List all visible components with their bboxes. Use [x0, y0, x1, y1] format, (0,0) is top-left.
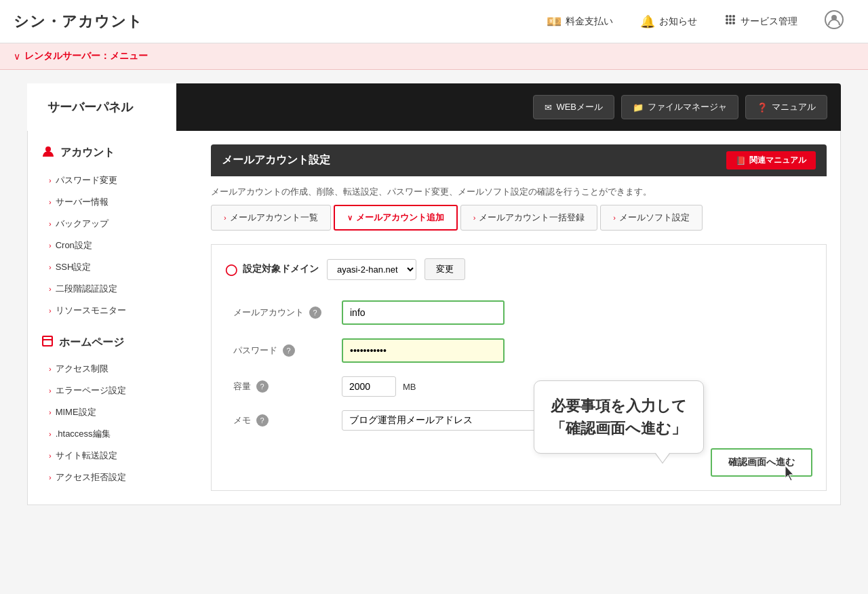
sidebar-item-errorpage[interactable]: › エラーページ設定 [41, 380, 191, 401]
nav-news[interactable]: 🔔 お知らせ [629, 9, 708, 35]
mail-account-label-cell: メールアカウント ? [225, 294, 334, 332]
domain-change-button[interactable]: 変更 [425, 258, 465, 280]
payment-label: 料金支払い [566, 16, 613, 28]
bell-icon: 🔔 [640, 14, 655, 29]
server-panel-actions: ✉ WEBメール 📁 ファイルマネージャ ❓ マニュアル [519, 83, 841, 131]
capacity-unit: MB [403, 382, 416, 392]
related-manual-button[interactable]: 📕 関連マニュアル [726, 151, 816, 170]
arrow-icon: › [49, 473, 52, 481]
tab-mail-list[interactable]: › メールアカウント一覧 [211, 205, 331, 231]
sidebar-item-sitetransfer[interactable]: › サイト転送設定 [41, 445, 191, 467]
svg-point-6 [726, 22, 728, 24]
domain-label: ◯ 設定対象ドメイン [225, 263, 319, 276]
password-help-icon[interactable]: ? [283, 344, 295, 357]
svg-point-4 [729, 18, 732, 21]
mail-account-field-cell [334, 294, 812, 332]
section-description: メールアカウントの作成、削除、転送設定、パスワード変更、メールソフト設定の確認を… [211, 176, 827, 205]
svg-point-7 [729, 22, 732, 24]
nav-services[interactable]: サービス管理 [713, 8, 808, 35]
services-label: サービス管理 [741, 16, 797, 28]
mail-account-input[interactable] [342, 300, 505, 325]
svg-point-8 [732, 22, 735, 24]
sidebar-section-account: アカウント [41, 144, 191, 161]
sidebar-account-title: アカウント [60, 146, 115, 160]
memo-label: メモ [233, 415, 251, 425]
sidebar-item-label: パスワード変更 [56, 174, 117, 186]
sidebar-item-password[interactable]: › パスワード変更 [41, 170, 191, 191]
chevron-down-icon: ∨ [14, 51, 20, 62]
sidebar-item-serverinfo[interactable]: › サーバー情報 [41, 191, 191, 213]
sidebar-item-backup[interactable]: › バックアップ [41, 213, 191, 235]
webmail-label: WEBメール [556, 101, 603, 113]
site-logo: シン・アカウント [14, 12, 536, 32]
arrow-icon: › [49, 263, 52, 271]
filemanager-label: ファイルマネージャ [648, 101, 727, 113]
capacity-help-icon[interactable]: ? [256, 380, 269, 393]
sidebar-item-resource[interactable]: › リソースモニター [41, 300, 191, 321]
domain-select[interactable]: ayasi-2-han.net [327, 259, 416, 280]
filemanager-button[interactable]: 📁 ファイルマネージャ [621, 95, 738, 119]
sidebar-item-label: サーバー情報 [56, 196, 108, 208]
main-content: サーバーパネル ✉ WEBメール 📁 ファイルマネージャ ❓ マニュアル [0, 70, 868, 519]
sidebar-item-label: バックアップ [56, 218, 108, 230]
nav-account-icon[interactable] [814, 5, 854, 38]
submit-button[interactable]: 確認画面へ進む [711, 448, 812, 477]
domain-label-text: 設定対象ドメイン [243, 263, 319, 275]
news-label: お知らせ [659, 16, 697, 28]
tab-mail-soft[interactable]: › メールソフト設定 [600, 205, 703, 231]
manual-btn-label: 関連マニュアル [749, 155, 806, 166]
sidebar-item-twofactor[interactable]: › 二段階認証設定 [41, 278, 191, 300]
mail-icon: ✉ [545, 102, 552, 113]
sidebar-item-mime[interactable]: › MIME設定 [41, 401, 191, 423]
manual-label: マニュアル [772, 101, 816, 113]
manual-button[interactable]: ❓ マニュアル [745, 95, 827, 119]
sidebar-item-htaccess[interactable]: › .htaccess編集 [41, 423, 191, 445]
grid-icon [724, 14, 736, 29]
memo-label-cell: メモ ? [225, 403, 334, 437]
sidebar: アカウント › パスワード変更 › サーバー情報 › バックアップ › Cron… [41, 144, 191, 491]
memo-help-icon[interactable]: ? [256, 414, 269, 427]
form-container: ◯ 設定対象ドメイン ayasi-2-han.net 変更 メールアカウン [211, 244, 827, 491]
sidebar-section-homepage: ホームページ [41, 335, 191, 350]
main-panel: メールアカウント設定 📕 関連マニュアル メールアカウントの作成、削除、転送設定… [211, 144, 827, 491]
sidebar-item-label: アクセス拒否設定 [56, 471, 126, 483]
svg-rect-13 [43, 337, 52, 339]
sidebar-item-label: 二段階認証設定 [56, 283, 117, 295]
svg-point-2 [732, 15, 735, 18]
sidebar-item-access[interactable]: › アクセス制限 [41, 358, 191, 380]
sidebar-item-ssh[interactable]: › SSH設定 [41, 256, 191, 278]
sidebar-item-cron[interactable]: › Cron設定 [41, 235, 191, 256]
sidebar-item-label: サイト転送設定 [56, 450, 117, 462]
payment-icon: 💴 [547, 14, 561, 29]
folder-icon: 📁 [633, 102, 644, 113]
server-panel-title: サーバーパネル [47, 99, 133, 115]
capacity-input[interactable] [342, 376, 396, 397]
sidebar-item-label: MIME設定 [56, 406, 96, 418]
breadcrumb-text[interactable]: レンタルサーバー：メニュー [24, 50, 148, 62]
sidebar-item-label: エラーページ設定 [56, 384, 126, 397]
tab-mail-bulk[interactable]: › メールアカウント一括登録 [460, 205, 598, 231]
sidebar-item-label: SSH設定 [56, 261, 92, 273]
tab-label: メールアカウント一括登録 [479, 212, 585, 224]
arrow-icon: › [49, 306, 52, 315]
sidebar-item-label: リソースモニター [56, 304, 126, 317]
arrow-icon: › [49, 220, 52, 228]
webmail-button[interactable]: ✉ WEBメール [533, 95, 614, 119]
tab-mail-add[interactable]: ∨ メールアカウント追加 [334, 205, 458, 231]
password-label: パスワード [233, 345, 277, 355]
mail-account-help-icon[interactable]: ? [309, 306, 321, 319]
sidebar-item-label: アクセス制限 [56, 363, 108, 375]
domain-row: ◯ 設定対象ドメイン ayasi-2-han.net 変更 [225, 258, 812, 280]
server-panel-header: サーバーパネル ✉ WEBメール 📁 ファイルマネージャ ❓ マニュアル [27, 83, 841, 131]
nav-payment[interactable]: 💴 料金支払い [536, 9, 624, 35]
sidebar-item-accessdeny[interactable]: › アクセス拒否設定 [41, 467, 191, 488]
top-navigation: シン・アカウント 💴 料金支払い 🔔 お知らせ [0, 0, 868, 43]
arrow-icon: › [49, 285, 52, 293]
svg-point-3 [726, 18, 728, 21]
tab-arrow-icon: ∨ [347, 214, 353, 222]
tab-navigation: › メールアカウント一覧 ∨ メールアカウント追加 › メールアカウント一括登録… [211, 205, 827, 231]
section-title-bar: メールアカウント設定 📕 関連マニュアル [211, 144, 827, 176]
svg-rect-14 [43, 340, 52, 345]
password-input[interactable] [342, 338, 505, 363]
memo-row: メモ ? [225, 403, 812, 437]
